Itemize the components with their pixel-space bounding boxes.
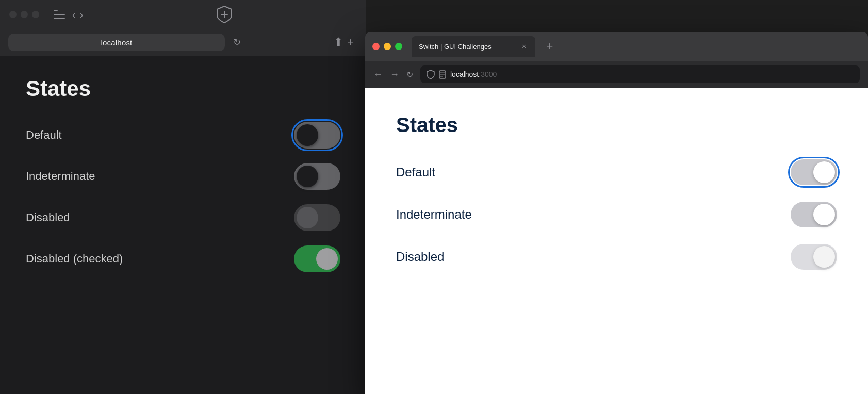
browser-reload-button[interactable]: ↻ — [406, 70, 413, 79]
reload-icon-left[interactable]: ↻ — [233, 37, 241, 48]
browser-address-bar[interactable]: localhost:3000 — [420, 65, 860, 83]
browser-forward-button[interactable]: → — [390, 69, 399, 80]
url-shield-icon — [427, 70, 435, 79]
shield-container-left — [91, 5, 357, 24]
browser-url-text: localhost:3000 — [450, 70, 497, 78]
toggle-knob — [297, 166, 318, 187]
toggle-default-dark[interactable] — [294, 122, 340, 149]
url-text-left: localhost — [101, 38, 132, 47]
new-tab-button[interactable]: + — [543, 39, 557, 54]
url-bar-left: localhost ↻ ⬆ + — [0, 29, 366, 56]
titlebar-left: ‹ › — [0, 0, 366, 29]
table-row: Default — [26, 122, 340, 149]
url-host: localhost — [450, 70, 479, 78]
toggle-default-light[interactable] — [791, 159, 837, 185]
close-light-left[interactable] — [9, 11, 17, 18]
right-states-list: Default Indeterminate Disabled — [396, 159, 837, 270]
maximize-light-left[interactable] — [32, 11, 39, 18]
table-row: Disabled — [26, 204, 340, 231]
titlebar-left-icons: ‹ › — [54, 9, 83, 20]
toggle-knob — [813, 246, 835, 268]
minimize-light-left[interactable] — [21, 11, 28, 18]
left-content: States Default Indeterminate Disabled — [0, 56, 366, 394]
forward-button-left[interactable]: › — [80, 9, 84, 20]
table-row: Indeterminate — [396, 202, 837, 227]
toggle-indeterminate-dark[interactable] — [294, 163, 340, 190]
table-row: Disabled — [396, 244, 837, 270]
browser-maximize-button[interactable] — [395, 43, 402, 50]
state-label-disabled-light: Disabled — [396, 250, 444, 264]
tab-close-button[interactable]: × — [520, 42, 528, 51]
state-label-disabled-checked-dark: Disabled (checked) — [26, 252, 123, 266]
toggle-knob — [297, 207, 318, 228]
table-row: Disabled (checked) — [26, 245, 340, 272]
traffic-lights-left — [9, 11, 39, 18]
state-label-default-light: Default — [396, 165, 435, 179]
browser-urlbar: ← → ↻ localhost:3000 — [365, 61, 868, 88]
state-label-default-dark: Default — [26, 128, 62, 142]
browser-back-button[interactable]: ← — [373, 69, 383, 80]
toggle-knob — [813, 161, 835, 183]
browser-close-button[interactable] — [372, 43, 380, 50]
state-label-disabled-dark: Disabled — [26, 211, 70, 224]
browser-tabbar: Switch | GUI Challenges × + — [365, 32, 868, 61]
toggle-disabled-light — [791, 244, 837, 270]
shield-icon-left — [216, 5, 233, 24]
left-states-list: Default Indeterminate Disabled — [26, 122, 340, 272]
back-button-left[interactable]: ‹ — [72, 9, 76, 20]
new-tab-icon-left[interactable]: + — [347, 36, 358, 49]
url-pill-left[interactable]: localhost — [8, 34, 225, 51]
browser-window: Switch | GUI Challenges × + ← → ↻ localh… — [365, 32, 868, 394]
browser-content: States Default Indeterminate Disabled — [365, 88, 868, 394]
browser-traffic-lights — [372, 43, 402, 50]
left-section-title: States — [26, 76, 340, 101]
share-icon-left[interactable]: ⬆ — [334, 36, 347, 49]
url-port: :3000 — [479, 70, 497, 78]
state-label-indeterminate-light: Indeterminate — [396, 207, 472, 222]
toggle-knob — [316, 248, 338, 270]
toggle-knob — [813, 204, 835, 225]
left-panel: ‹ › localhost ↻ ⬆ + States Default — [0, 0, 366, 394]
toggle-disabled-checked-dark — [294, 245, 340, 272]
toggle-knob — [297, 124, 318, 146]
url-doc-icon — [439, 70, 446, 79]
tab-title: Switch | GUI Challenges — [419, 43, 516, 51]
sidebar-toggle-icon[interactable] — [54, 10, 65, 19]
toggle-indeterminate-light[interactable] — [791, 202, 837, 227]
table-row: Indeterminate — [26, 163, 340, 190]
toggle-disabled-dark — [294, 204, 340, 231]
browser-minimize-button[interactable] — [384, 43, 391, 50]
table-row: Default — [396, 159, 837, 185]
right-section-title: States — [396, 113, 837, 137]
browser-tab-active[interactable]: Switch | GUI Challenges × — [412, 36, 535, 57]
nav-arrows-left: ‹ › — [72, 9, 83, 20]
state-label-indeterminate-dark: Indeterminate — [26, 170, 95, 183]
